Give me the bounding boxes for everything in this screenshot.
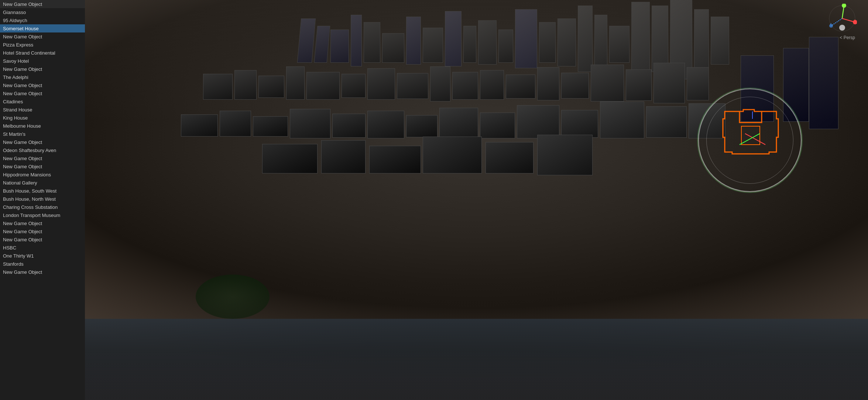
sidebar-item-label: Giannasso — [3, 10, 26, 15]
sidebar-item-label: One Thirty W1 — [3, 253, 34, 259]
sidebar-item-stanfords[interactable]: Stanfords — [0, 260, 85, 268]
sidebar-item-new-game-object-12[interactable]: New Game Object — [0, 268, 85, 276]
sidebar-item-label: Bush House, North West — [3, 196, 56, 202]
sidebar-item-label: New Game Object — [3, 83, 42, 88]
sidebar-item-label: Stanfords — [3, 261, 24, 267]
orientation-gizmo[interactable]: y x z — [827, 4, 857, 33]
svg-line-9 — [831, 18, 842, 26]
sidebar-item-label: Somerset House — [3, 26, 39, 31]
sidebar-item-label: New Game Object — [3, 34, 42, 39]
sidebar-item-label: Savoy Hotel — [3, 58, 29, 64]
sidebar-item-95-aldwych[interactable]: 95 Aldwych — [0, 16, 85, 24]
sidebar-item-label: New Game Object — [3, 229, 42, 234]
city-3d-view: y x z < Persp — [85, 0, 868, 400]
sidebar-item-strand-house[interactable]: Strand House — [0, 106, 85, 114]
sidebar-item-new-game-object-9[interactable]: New Game Object — [0, 219, 85, 227]
sidebar-item-national-gallery[interactable]: National Gallery — [0, 179, 85, 187]
sidebar-item-king-house[interactable]: King House — [0, 114, 85, 122]
sidebar-item-giannasso[interactable]: Giannasso — [0, 8, 85, 16]
sidebar-item-new-game-object-7[interactable]: New Game Object — [0, 154, 85, 162]
sidebar-item-somerset-house[interactable]: Somerset House — [0, 24, 85, 32]
hierarchy-panel[interactable]: New Game ObjectGiannasso95 AldwychSomers… — [0, 0, 85, 400]
sidebar-item-label: New Game Object — [3, 269, 42, 275]
svg-text:z: z — [830, 22, 832, 26]
sidebar-item-new-game-object-11[interactable]: New Game Object — [0, 235, 85, 244]
sidebar-item-the-adelphi[interactable]: The Adelphi — [0, 73, 85, 81]
sidebar-item-new-game-object-4[interactable]: New Game Object — [0, 81, 85, 89]
sidebar-item-label: King House — [3, 115, 28, 121]
sidebar-item-label: Odeon Shaftesbury Aven — [3, 148, 56, 153]
sidebar-item-label: HSBC — [3, 245, 16, 251]
sidebar-item-odeon-shaftesbury-aven[interactable]: Odeon Shaftesbury Aven — [0, 146, 85, 154]
sidebar-item-label: Charing Cross Substation — [3, 204, 58, 210]
sidebar-item-new-game-object-6[interactable]: New Game Object — [0, 138, 85, 146]
scene-viewport[interactable]: y x z < Persp — [85, 0, 868, 400]
sidebar-item-new-game-object-1[interactable]: New Game Object — [0, 0, 85, 8]
sidebar-item-new-game-object-2[interactable]: New Game Object — [0, 32, 85, 41]
sidebar-item-label: The Adelphi — [3, 75, 28, 80]
sidebar-item-label: Pizza Express — [3, 42, 33, 48]
perspective-label: < Persp — [840, 35, 855, 40]
sidebar-item-label: New Game Object — [3, 221, 42, 226]
sidebar-item-new-game-object-3[interactable]: New Game Object — [0, 65, 85, 73]
sidebar-item-citadines[interactable]: Citadines — [0, 97, 85, 106]
sidebar-item-bush-house-north-west[interactable]: Bush House, North West — [0, 195, 85, 203]
sidebar-item-label: Hotel Strand Continental — [3, 50, 55, 56]
sidebar-item-one-thirty-w1[interactable]: One Thirty W1 — [0, 252, 85, 260]
sidebar-item-label: New Game Object — [3, 156, 42, 161]
sidebar-item-st-martins[interactable]: St Martin's — [0, 130, 85, 138]
sidebar-item-new-game-object-5[interactable]: New Game Object — [0, 89, 85, 97]
svg-point-14 — [839, 25, 845, 31]
sidebar-item-label: Strand House — [3, 107, 32, 113]
sidebar-item-label: Melbourne House — [3, 123, 41, 129]
sidebar-item-hippodrome-mansions[interactable]: Hippodrome Mansions — [0, 170, 85, 179]
sidebar-item-melbourne-house[interactable]: Melbourne House — [0, 122, 85, 130]
sidebar-item-savoy-hotel[interactable]: Savoy Hotel — [0, 57, 85, 65]
svg-text:x: x — [854, 18, 856, 22]
sidebar-item-label: Hippodrome Mansions — [3, 172, 51, 177]
sidebar-item-label: New Game Object — [3, 1, 42, 7]
sidebar-item-pizza-express[interactable]: Pizza Express — [0, 41, 85, 49]
sidebar-item-label: National Gallery — [3, 180, 37, 186]
sidebar-item-label: New Game Object — [3, 164, 42, 169]
sidebar-item-label: Citadines — [3, 99, 23, 104]
sidebar-item-label: St Martin's — [3, 131, 25, 137]
sidebar-item-charing-cross-substation[interactable]: Charing Cross Substation — [0, 203, 85, 211]
sidebar-item-label: 95 Aldwych — [3, 18, 27, 23]
sidebar-item-label: New Game Object — [3, 91, 42, 96]
sidebar-item-label: New Game Object — [3, 139, 42, 145]
sidebar-item-new-game-object-8[interactable]: New Game Object — [0, 162, 85, 170]
sidebar-item-label: New Game Object — [3, 237, 42, 242]
sidebar-item-label: London Transport Museum — [3, 213, 60, 218]
sidebar-item-london-transport-museum[interactable]: London Transport Museum — [0, 211, 85, 219]
road-overlay — [85, 0, 868, 400]
sidebar-item-hsbc[interactable]: HSBC — [0, 244, 85, 252]
svg-text:y: y — [843, 4, 845, 7]
sidebar-item-label: New Game Object — [3, 66, 42, 72]
sidebar-item-hotel-strand-continental[interactable]: Hotel Strand Continental — [0, 49, 85, 57]
sidebar-item-new-game-object-10[interactable]: New Game Object — [0, 227, 85, 235]
sidebar-item-bush-house-south-west[interactable]: Bush House, South West — [0, 187, 85, 195]
sidebar-item-label: Bush House, South West — [3, 188, 56, 194]
